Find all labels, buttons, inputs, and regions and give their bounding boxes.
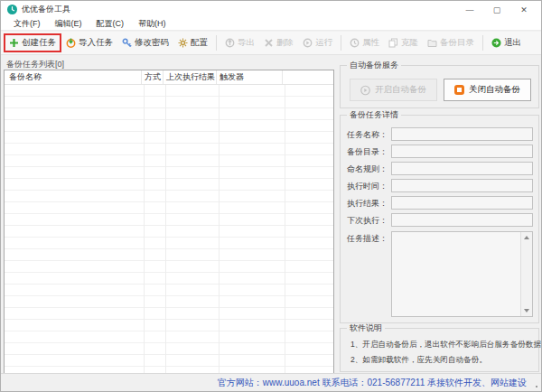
field-row-exec-time: 执行时间： (341, 179, 538, 192)
field-row-naming-rule: 命名规则： (341, 162, 538, 175)
naming-rule-label: 命名规则： (347, 163, 388, 175)
stop-auto-backup-button[interactable]: 关闭自动备份 (444, 79, 531, 101)
menu-config[interactable]: 配置(C) (91, 18, 130, 30)
app-clock-icon (7, 5, 17, 14)
key-icon (122, 38, 132, 48)
toolbar: 创建任务 导入任务 修改密码 配置 导出 (1, 32, 541, 55)
maximize-button[interactable]: ▢ (483, 1, 510, 18)
menu-edit[interactable]: 编辑(E) (50, 18, 88, 30)
status-bar-text: 官方网站：www.uuoa.net 联系电话：021-56877211 承接软件… (218, 374, 527, 391)
export-icon (225, 38, 235, 48)
task-description-label: 任务描述： (347, 233, 388, 245)
menu-bar: 文件(F) 编辑(E) 配置(C) 帮助(H) (1, 18, 541, 31)
properties-label: 属性 (362, 37, 379, 49)
import-task-button[interactable]: 导入任务 (61, 34, 117, 51)
field-row-backup-dir: 备份目录： (341, 145, 538, 158)
exec-time-field[interactable] (391, 179, 533, 192)
next-exec-field[interactable] (391, 213, 533, 227)
stop-record-icon (454, 85, 464, 95)
backup-dir-label: 备份目录 (440, 37, 474, 49)
task-name-label: 任务名称： (347, 129, 388, 141)
task-name-field[interactable] (391, 127, 533, 141)
import-icon (66, 38, 76, 48)
task-list-table[interactable]: 备份名称 方式 上次执行结果 触发器 (4, 70, 334, 374)
app-window: 优优备份工具 — ▢ ✕ 文件(F) 编辑(E) 配置(C) 帮助(H) 创建任… (0, 0, 542, 392)
backup-dir-label: 备份目录： (347, 146, 388, 158)
import-task-label: 导入任务 (79, 37, 113, 49)
backup-dir-field[interactable] (391, 145, 533, 158)
start-play-icon (360, 85, 370, 95)
software-notes-title: 软件说明 (347, 323, 385, 333)
run-label: 运行 (315, 37, 332, 49)
table-body-empty[interactable] (5, 85, 333, 373)
auto-backup-service-title: 自动备份服务 (347, 61, 401, 70)
close-button[interactable]: ✕ (510, 1, 537, 18)
delete-button[interactable]: 删除 (259, 34, 298, 51)
properties-button[interactable]: 属性 (345, 34, 384, 51)
start-auto-backup-button[interactable]: 开启自动备份 (350, 79, 437, 101)
export-label: 导出 (238, 37, 255, 49)
stop-auto-backup-label: 关闭自动备份 (469, 84, 520, 96)
run-button[interactable]: 运行 (298, 34, 337, 51)
status-bar: 官方网站：www.uuoa.net 联系电话：021-56877211 承接软件… (1, 373, 541, 391)
column-header-last-result[interactable]: 上次执行结果 (164, 70, 217, 84)
clone-copy-icon (388, 38, 398, 48)
folder-icon (427, 38, 437, 48)
task-details-title: 备份任务详情 (347, 110, 401, 120)
toolbar-separator (216, 35, 217, 51)
column-divider (285, 85, 285, 373)
toolbar-separator (482, 35, 483, 51)
run-play-icon (303, 38, 313, 48)
export-button[interactable]: 导出 (220, 34, 259, 51)
column-header-method[interactable]: 方式 (142, 70, 164, 84)
change-password-button[interactable]: 修改密码 (117, 34, 173, 51)
field-row-exec-result: 执行结果： (341, 196, 538, 210)
delete-x-icon (264, 38, 274, 48)
exec-result-field[interactable] (391, 196, 533, 210)
column-header-trigger[interactable]: 触发器 (217, 70, 283, 84)
column-divider (144, 85, 145, 373)
exit-button[interactable]: 退出 (487, 34, 526, 51)
clone-label: 克隆 (401, 37, 418, 49)
software-note-2: 2、如需卸载软件，应先关闭自动备份。 (350, 355, 487, 366)
exit-label: 退出 (504, 37, 521, 49)
minimize-button[interactable]: — (456, 1, 483, 18)
exit-icon (491, 38, 501, 48)
software-note-1: 1、开启自动备份后，退出软件不影响后台服务备份数据。 (350, 340, 542, 350)
column-header-empty (283, 70, 333, 84)
naming-rule-field[interactable] (391, 162, 533, 175)
start-auto-backup-label: 开启自动备份 (375, 84, 426, 96)
plus-icon (9, 38, 19, 48)
exec-time-label: 执行时间： (347, 181, 388, 192)
toolbar-separator (341, 35, 341, 51)
window-title: 优优备份工具 (22, 4, 70, 15)
exec-result-label: 执行结果： (347, 198, 388, 210)
config-button[interactable]: 配置 (173, 34, 212, 51)
resize-grip[interactable] (532, 382, 539, 389)
task-details-group: 备份任务详情 任务名称： 备份目录： 命名规则： 执行时间： 执行结果： 下次执… (340, 115, 539, 323)
column-header-backup-name[interactable]: 备份名称 (5, 70, 142, 84)
menu-file[interactable]: 文件(F) (8, 18, 46, 30)
properties-clock-icon (350, 38, 360, 48)
change-password-label: 修改密码 (135, 37, 169, 49)
create-task-label: 创建任务 (22, 37, 56, 49)
next-exec-label: 下次执行： (347, 215, 388, 227)
title-bar: 优优备份工具 — ▢ ✕ (1, 1, 541, 18)
software-notes-group: 软件说明 1、开启自动备份后，退出软件不影响后台服务备份数据。 2、如需卸载软件… (340, 328, 539, 372)
scroll-up-icon[interactable] (524, 236, 529, 239)
table-header-row: 备份名称 方式 上次执行结果 触发器 (5, 70, 333, 85)
gear-icon (178, 38, 188, 48)
menu-help[interactable]: 帮助(H) (133, 18, 172, 30)
create-task-button[interactable]: 创建任务 (4, 33, 61, 52)
column-divider (165, 85, 166, 373)
textarea-scrollbar[interactable] (520, 232, 532, 316)
task-description-textarea[interactable] (391, 231, 533, 317)
auto-backup-service-group: 自动备份服务 开启自动备份 关闭自动备份 (340, 65, 539, 108)
scroll-down-icon[interactable] (524, 309, 529, 313)
delete-label: 删除 (276, 37, 294, 49)
column-divider (219, 85, 220, 373)
config-label: 配置 (191, 37, 208, 49)
field-row-task-name: 任务名称： (341, 127, 538, 141)
clone-button[interactable]: 克隆 (384, 34, 423, 51)
backup-dir-button[interactable]: 备份目录 (423, 34, 479, 51)
